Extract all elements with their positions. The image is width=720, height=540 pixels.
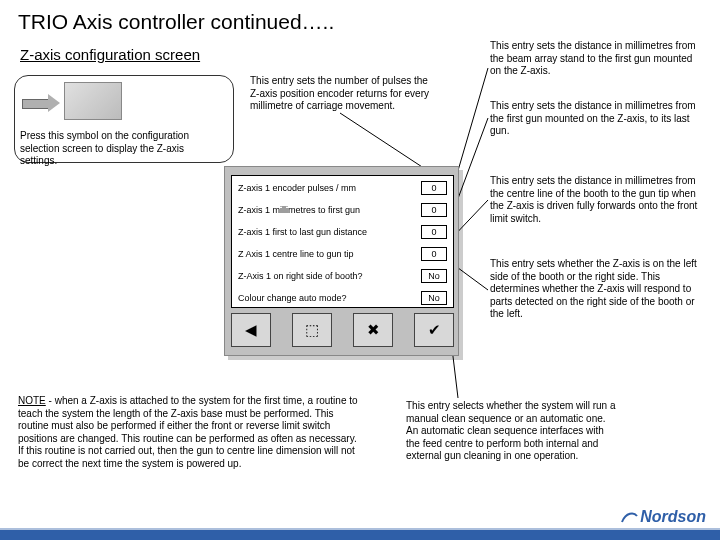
hmi-row-value[interactable]: 0 [421, 181, 447, 195]
hmi-row: Colour change auto mode? No [232, 286, 453, 308]
section-heading: Z-axis configuration screen [20, 46, 200, 63]
hmi-row-label: Colour change auto mode? [238, 293, 347, 303]
hmi-row-value[interactable]: 0 [421, 247, 447, 261]
hmi-row-label: Z Axis 1 centre line to gun tip [238, 249, 354, 259]
hmi-row-label: Z-axis 1 millimetres to first gun [238, 205, 360, 215]
hmi-row: Z Axis 1 centre line to gun tip 0 [232, 242, 453, 264]
note-body: - when a Z-axis is attached to the syste… [18, 395, 358, 469]
hmi-row: Z-Axis 1 on right side of booth? No [232, 264, 453, 286]
callout-first-to-last: This entry sets the distance in millimet… [490, 100, 705, 138]
config-button[interactable]: ⬚ [292, 313, 332, 347]
back-button[interactable]: ◀ [231, 313, 271, 347]
hmi-row-value[interactable]: No [421, 291, 447, 305]
hmi-row-label: Z-Axis 1 on right side of booth? [238, 271, 363, 281]
hmi-row-label: Z-axis 1 first to last gun distance [238, 227, 367, 237]
callout-auto-mode: This entry selects whether the system wi… [406, 400, 616, 463]
config-icon: ⬚ [305, 321, 319, 339]
back-icon: ◀ [245, 321, 257, 339]
cancel-button[interactable]: ✖ [353, 313, 393, 347]
brand-name: Nordson [640, 508, 706, 526]
callout-encoder-pulses: This entry sets the number of pulses the… [250, 75, 430, 113]
z-axis-symbol-icon [64, 82, 122, 120]
callout-right-side: This entry sets whether the Z-axis is on… [490, 258, 705, 321]
arrow-icon [22, 96, 60, 110]
callout-beam-to-first: This entry sets the distance in millimet… [490, 40, 705, 78]
hmi-button-row: ◀ ⬚ ✖ ✔ [231, 313, 454, 347]
hmi-row: Z-axis 1 first to last gun distance 0 [232, 220, 453, 242]
callout-press-symbol: Press this symbol on the configuration s… [20, 130, 220, 168]
cancel-icon: ✖ [367, 321, 380, 339]
footer-bar [0, 530, 720, 540]
hmi-row-value[interactable]: 0 [421, 203, 447, 217]
note-text: NOTE - when a Z-axis is attached to the … [18, 395, 358, 470]
hmi-row-value[interactable]: No [421, 269, 447, 283]
hmi-screen: Z-axis 1 encoder pulses / mm 0 Z-axis 1 … [224, 166, 459, 356]
hmi-row-label: Z-axis 1 encoder pulses / mm [238, 183, 356, 193]
ok-icon: ✔ [428, 321, 441, 339]
hmi-row: Z-axis 1 millimetres to first gun 0 [232, 198, 453, 220]
hmi-row-value[interactable]: 0 [421, 225, 447, 239]
page-title: TRIO Axis controller continued….. [18, 10, 334, 34]
hmi-list: Z-axis 1 encoder pulses / mm 0 Z-axis 1 … [231, 175, 454, 308]
callout-centre-to-tip: This entry sets the distance in millimet… [490, 175, 705, 225]
swoosh-icon [620, 508, 638, 526]
brand-logo: Nordson [620, 508, 706, 526]
ok-button[interactable]: ✔ [414, 313, 454, 347]
hmi-row: Z-axis 1 encoder pulses / mm 0 [232, 176, 453, 198]
note-heading: NOTE [18, 395, 46, 406]
